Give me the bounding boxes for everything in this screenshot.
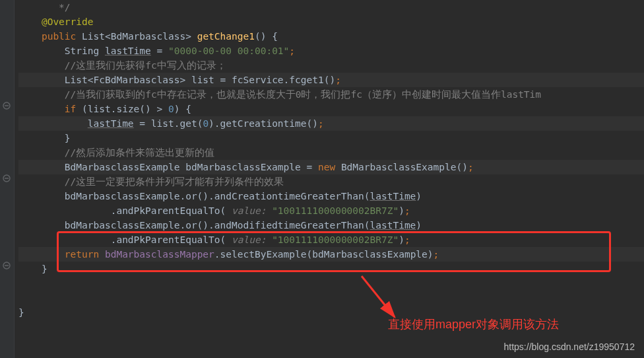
code-token: ; bbox=[335, 75, 341, 85]
code-line[interactable] bbox=[18, 291, 644, 305]
code-token: ) bbox=[399, 234, 404, 245]
code-token bbox=[18, 31, 42, 42]
code-token bbox=[18, 89, 65, 100]
code-token: .andPkParentEqualTo( bbox=[18, 234, 226, 245]
code-token: > list = fcService.fcget1() bbox=[179, 75, 335, 85]
code-line[interactable]: //这里一定要把条件并列写才能有并列条件的效果 bbox=[18, 174, 644, 189]
code-token: ; bbox=[289, 46, 295, 56]
code-token: public bbox=[42, 31, 82, 42]
code-token: ) bbox=[416, 191, 422, 201]
code-token: } bbox=[18, 307, 24, 318]
code-token: String bbox=[65, 46, 105, 56]
code-token: lastTime bbox=[88, 118, 134, 129]
code-line[interactable]: .andPkParentEqualTo( value: "10011110000… bbox=[18, 233, 644, 247]
code-token bbox=[18, 176, 65, 187]
code-line[interactable]: */ bbox=[18, 0, 644, 15]
code-token: } bbox=[18, 133, 71, 143]
code-line[interactable]: bdMarbasclassExample.or().andCreationtim… bbox=[18, 189, 644, 203]
code-token bbox=[18, 46, 65, 56]
code-token: ; bbox=[434, 249, 439, 260]
code-line[interactable]: lastTime = list.get(0).getCreationtime()… bbox=[18, 116, 644, 131]
code-token bbox=[18, 2, 59, 13]
code-token bbox=[18, 249, 65, 260]
code-token: ) bbox=[416, 220, 422, 231]
code-token: value: bbox=[226, 205, 272, 216]
code-token: FcBdMarbasclass bbox=[94, 75, 180, 85]
code-token: lastTime bbox=[370, 191, 416, 201]
gutter-fold-icon[interactable] bbox=[3, 102, 11, 110]
code-line[interactable]: //这里我们先获得fc中写入的记录； bbox=[18, 58, 644, 73]
code-token: bdMarbasclassExample.or().andCreationtim… bbox=[18, 191, 370, 201]
code-line[interactable]: .andPkParentEqualTo( value: "10011110000… bbox=[18, 203, 644, 218]
code-token bbox=[18, 75, 65, 85]
code-token: 0 bbox=[168, 104, 174, 114]
code-token: lastTime bbox=[105, 46, 151, 56]
code-token: = list.get( bbox=[134, 118, 203, 129]
code-line[interactable]: //然后添加条件来筛选出更新的值 bbox=[18, 145, 644, 160]
code-line[interactable]: @Override bbox=[18, 15, 644, 29]
code-token: */ bbox=[59, 2, 70, 13]
code-token: "1001111000000002BR7Z" bbox=[272, 234, 399, 245]
annotation-caption: 直接使用mapper对象调用该方法 bbox=[388, 317, 559, 332]
code-line[interactable]: BdMarbasclassExample bdMarbasclassExampl… bbox=[18, 160, 644, 174]
code-token: () { bbox=[255, 31, 278, 42]
code-token: ; bbox=[468, 162, 474, 172]
code-line[interactable]: public List<BdMarbasclass> getChange1() … bbox=[18, 29, 644, 44]
code-token: List bbox=[65, 75, 88, 85]
code-token: ).getCreationtime() bbox=[209, 118, 318, 129]
code-token: ) bbox=[399, 205, 404, 216]
code-token: > bbox=[185, 31, 197, 42]
code-token: (list.size() > bbox=[82, 104, 168, 114]
code-line[interactable]: } bbox=[18, 131, 644, 145]
code-token bbox=[18, 118, 88, 129]
code-token: 0 bbox=[203, 118, 209, 129]
code-token: getChange1 bbox=[197, 31, 255, 42]
code-token: < bbox=[105, 31, 111, 42]
code-line[interactable]: return bdMarbasclassMapper.selectByExamp… bbox=[18, 247, 644, 262]
code-token: .andPkParentEqualTo( bbox=[18, 205, 226, 216]
code-token: BdMarbasclassExample bdMarbasclassExampl… bbox=[65, 162, 318, 172]
code-token: bdMarbasclassExample.or().andModifiedtim… bbox=[18, 220, 370, 231]
code-token: bdMarbasclassMapper bbox=[105, 249, 214, 260]
code-token bbox=[18, 104, 65, 114]
code-token: return bbox=[65, 249, 105, 260]
code-line[interactable]: bdMarbasclassExample.or().andModifiedtim… bbox=[18, 218, 644, 233]
code-token: < bbox=[88, 75, 94, 85]
code-token: @Override bbox=[42, 17, 94, 27]
code-token: "1001111000000002BR7Z" bbox=[272, 205, 399, 216]
code-token bbox=[18, 278, 24, 289]
editor-gutter bbox=[0, 0, 15, 358]
code-token: new bbox=[318, 162, 341, 172]
code-token: BdMarbasclass bbox=[111, 31, 186, 42]
code-token: value: bbox=[226, 234, 272, 245]
code-token: List bbox=[82, 31, 105, 42]
code-line[interactable]: String lastTime = "0000-00-00 00:00:01"; bbox=[18, 44, 644, 58]
code-line[interactable]: } bbox=[18, 262, 644, 276]
code-line[interactable]: //当我们获取到的fc中存在记录，也就是说长度大于0时，我们把fc（逆序）中创建… bbox=[18, 87, 644, 102]
code-token bbox=[18, 162, 65, 172]
code-token: if bbox=[65, 104, 82, 114]
code-token: = bbox=[151, 46, 168, 56]
code-token: } bbox=[18, 264, 48, 274]
code-token: ; bbox=[318, 118, 324, 129]
code-token: ; bbox=[404, 234, 410, 245]
code-token bbox=[18, 17, 42, 27]
code-token: //这里我们先获得fc中写入的记录； bbox=[65, 60, 226, 71]
code-token: //然后添加条件来筛选出更新的值 bbox=[65, 147, 214, 158]
code-token: ) { bbox=[174, 104, 191, 114]
code-token: //这里一定要把条件并列写才能有并列条件的效果 bbox=[65, 176, 284, 187]
gutter-fold-icon[interactable] bbox=[3, 174, 11, 182]
code-line[interactable] bbox=[18, 276, 644, 291]
code-token: BdMarbasclassExample() bbox=[341, 162, 468, 172]
code-token: .selectByExample(bdMarbasclassExample) bbox=[214, 249, 434, 260]
csdn-watermark: https://blog.csdn.net/z19950712 bbox=[504, 340, 635, 354]
code-token: //当我们获取到的fc中存在记录，也就是说长度大于0时，我们把fc（逆序）中创建… bbox=[65, 89, 541, 100]
gutter-fold-icon[interactable] bbox=[3, 262, 11, 269]
code-line[interactable]: List<FcBdMarbasclass> list = fcService.f… bbox=[18, 73, 644, 87]
code-token: lastTime bbox=[370, 220, 416, 231]
code-token bbox=[18, 60, 65, 71]
code-area: */ @Override public List<BdMarbasclass> … bbox=[18, 0, 644, 320]
code-token bbox=[18, 293, 24, 303]
code-line[interactable]: if (list.size() > 0) { bbox=[18, 102, 644, 116]
code-token bbox=[18, 147, 65, 158]
